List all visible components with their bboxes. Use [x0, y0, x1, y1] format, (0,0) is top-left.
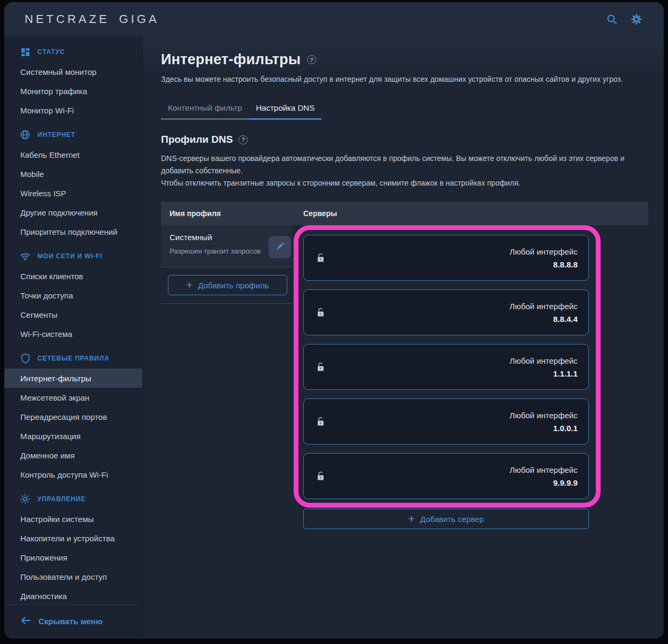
- server-interface-label: Любой интерфейс: [510, 411, 578, 420]
- collapse-menu-label: Скрывать меню: [39, 617, 103, 626]
- pencil-icon: [275, 242, 285, 252]
- profile-column: Системный Разрешен транзит запросов: [161, 225, 293, 304]
- sidebar-item[interactable]: Приложения: [4, 548, 142, 567]
- table-header: Имя профиля Серверы: [161, 202, 648, 225]
- header-actions: [606, 13, 642, 25]
- server-interface-label: Любой интерфейс: [510, 465, 578, 474]
- plus-icon: +: [408, 513, 414, 524]
- server-info: Любой интерфейс9.9.9.9: [510, 465, 578, 487]
- server-interface-label: Любой интерфейс: [510, 302, 578, 311]
- server-interface-label: Любой интерфейс: [510, 247, 578, 256]
- sidebar-item[interactable]: Монитор Wi-Fi: [4, 101, 142, 120]
- sidebar-item[interactable]: Накопители и устройства: [4, 528, 142, 548]
- sidebar-section-label: ИНТЕРНЕТ: [37, 131, 75, 139]
- sidebar-section-header: УПРАВЛЕНИЕ: [4, 493, 142, 505]
- lock-icon: [317, 253, 325, 263]
- logo-primary: NETCRAZE: [25, 12, 110, 26]
- server-card[interactable]: Любой интерфейс1.1.1.1: [303, 344, 589, 390]
- sidebar-item[interactable]: Wireless ISP: [4, 183, 142, 203]
- logo-secondary: GIGA: [119, 12, 159, 26]
- lock-icon: [317, 362, 325, 372]
- sidebar-section-label: УПРАВЛЕНИЕ: [37, 495, 86, 503]
- dashboard-icon: [20, 47, 30, 57]
- edit-profile-button[interactable]: [268, 236, 291, 258]
- profile-name: Системный: [170, 233, 284, 242]
- sidebar-item[interactable]: Доменное имя: [4, 446, 142, 465]
- sidebar-section-header: ИНТЕРНЕТ: [4, 129, 142, 141]
- collapse-menu-button[interactable]: Скрывать меню: [4, 604, 142, 639]
- server-card[interactable]: Любой интерфейс8.8.4.4: [303, 289, 589, 335]
- server-interface-label: Любой интерфейс: [510, 356, 578, 365]
- sidebar-item[interactable]: Сегменты: [4, 305, 142, 324]
- settings-gear-icon[interactable]: [631, 13, 642, 25]
- servers-column: Любой интерфейс8.8.8.8Любой интерфейс8.8…: [293, 225, 589, 529]
- shield-icon: [20, 353, 30, 364]
- sidebar-item[interactable]: Монитор трафика: [4, 81, 142, 101]
- page-title: Интернет-фильтры ?: [161, 51, 648, 68]
- sidebar-item[interactable]: Переадресация портов: [4, 407, 142, 426]
- tab-bar: Контентный фильтрНастройка DNS: [161, 98, 648, 120]
- server-info: Любой интерфейс1.1.1.1: [510, 356, 578, 378]
- sidebar-item[interactable]: Пользователи и доступ: [4, 567, 142, 586]
- gear-icon: [20, 494, 30, 504]
- search-icon[interactable]: [606, 13, 618, 25]
- main-content: Интернет-фильтры ? Здесь вы можете настр…: [143, 36, 664, 639]
- tab[interactable]: Контентный фильтр: [161, 98, 249, 120]
- sidebar-section-label: СТАТУС: [37, 48, 65, 56]
- server-card[interactable]: Любой интерфейс8.8.8.8: [303, 235, 589, 281]
- server-card[interactable]: Любой интерфейс9.9.9.9: [303, 453, 589, 499]
- sidebar-item[interactable]: Точки доступа: [4, 286, 142, 305]
- sidebar-item[interactable]: Диагностика: [4, 586, 142, 604]
- column-header-servers: Серверы: [293, 209, 337, 218]
- lock-icon: [317, 417, 325, 426]
- lock-icon: [317, 471, 325, 481]
- sidebar-item[interactable]: Контроль доступа Wi-Fi: [4, 465, 142, 484]
- sidebar-item[interactable]: Списки клиентов: [4, 266, 142, 286]
- globe-icon: [20, 129, 30, 140]
- server-ip-value: 8.8.8.8: [510, 260, 578, 269]
- tab[interactable]: Настройка DNS: [249, 98, 322, 120]
- dns-profiles-heading: Профили DNS ?: [161, 134, 648, 145]
- dns-profiles-title-text: Профили DNS: [161, 134, 233, 145]
- wifi-icon: [20, 251, 30, 262]
- server-card[interactable]: Любой интерфейс1.0.0.1: [303, 398, 589, 444]
- column-header-profile-name: Имя профиля: [161, 209, 293, 218]
- sidebar-section-header: СЕТЕВЫЕ ПРАВИЛА: [4, 352, 142, 364]
- sidebar-item[interactable]: Межсетевой экран: [4, 388, 142, 407]
- sidebar-item[interactable]: Другие подключения: [4, 203, 142, 222]
- app-header: NETCRAZE GIGA: [4, 2, 664, 36]
- sidebar-nav: СТАТУССистемный мониторМонитор трафикаМо…: [4, 36, 142, 604]
- sidebar-item[interactable]: Маршрутизация: [4, 426, 142, 446]
- sidebar-section-header: СТАТУС: [4, 46, 142, 58]
- server-ip-value: 9.9.9.9: [510, 478, 578, 487]
- app-window: NETCRAZE GIGA СТАТУССистемный мониторМон…: [4, 2, 664, 639]
- sidebar-item[interactable]: Интернет-фильтры: [4, 369, 142, 388]
- add-profile-button[interactable]: + Добавить профиль: [168, 275, 287, 295]
- lock-icon: [317, 308, 325, 317]
- add-profile-row: + Добавить профиль: [161, 267, 293, 304]
- profile-note: Разрешен транзит запросов: [170, 247, 284, 255]
- dns-profiles-description: DNS-серверы вашего провайдера автоматиче…: [161, 152, 648, 177]
- sidebar-item[interactable]: Системный монитор: [4, 62, 142, 81]
- help-icon[interactable]: ?: [307, 55, 316, 64]
- screen: NETCRAZE GIGA СТАТУССистемный мониторМон…: [0, 0, 668, 644]
- server-ip-value: 8.8.4.4: [510, 315, 578, 324]
- arrow-left-icon: [20, 616, 31, 626]
- plus-icon: +: [186, 279, 193, 290]
- sidebar: СТАТУССистемный мониторМонитор трафикаМо…: [4, 36, 143, 639]
- app-body: СТАТУССистемный мониторМонитор трафикаМо…: [4, 36, 664, 639]
- profile-row[interactable]: Системный Разрешен транзит запросов: [161, 225, 293, 267]
- logo: NETCRAZE GIGA: [25, 12, 159, 26]
- server-ip-value: 1.1.1.1: [510, 369, 578, 378]
- add-server-button[interactable]: + Добавить сервер: [303, 509, 589, 529]
- sidebar-section-label: МОИ СЕТИ И WI-FI: [37, 252, 102, 260]
- sidebar-section-header: МОИ СЕТИ И WI-FI: [4, 250, 142, 262]
- help-icon[interactable]: ?: [239, 135, 248, 144]
- sidebar-section-label: СЕТЕВЫЕ ПРАВИЛА: [37, 355, 109, 362]
- sidebar-item[interactable]: Настройки системы: [4, 509, 142, 528]
- sidebar-item[interactable]: Mobile: [4, 164, 142, 183]
- sidebar-item[interactable]: Приоритеты подключений: [4, 222, 142, 241]
- server-ip-value: 1.0.0.1: [510, 424, 578, 433]
- sidebar-item[interactable]: Кабель Ethernet: [4, 145, 142, 164]
- sidebar-item[interactable]: Wi-Fi-система: [4, 324, 142, 343]
